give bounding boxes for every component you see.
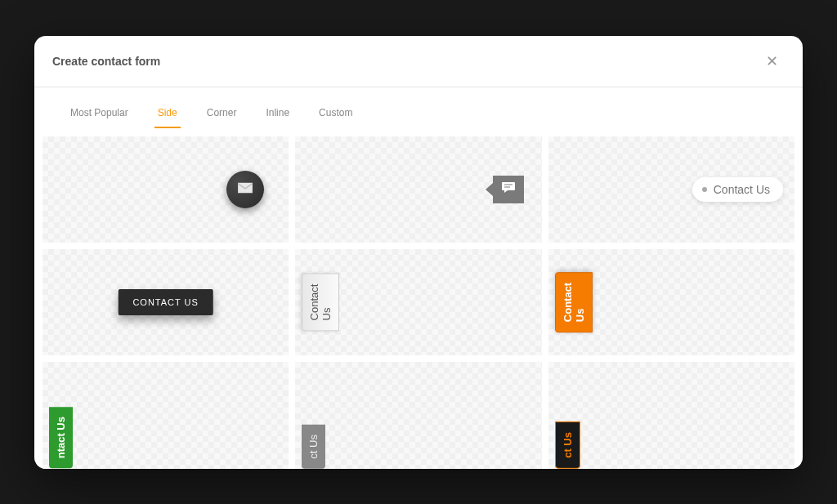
contact-vertical-green-tab: ntact Us (49, 407, 73, 468)
contact-vertical-orange-tab: Contact Us (555, 272, 593, 332)
contact-vertical-black-label: ct Us (562, 432, 574, 458)
close-icon: ✕ (766, 53, 778, 69)
chat-icon (500, 181, 517, 198)
template-white-pill[interactable]: Contact Us (548, 136, 794, 243)
contact-vertical-gray-label: ct Us (307, 435, 320, 459)
close-button[interactable]: ✕ (759, 49, 785, 74)
contact-vertical-orange-label: Contact Us (562, 283, 586, 322)
contact-vertical-white-label: Contact Us (308, 284, 333, 321)
template-vertical-green[interactable]: ntact Us (43, 362, 289, 468)
modal-title: Create contact form (52, 55, 160, 68)
contact-vertical-white-tab: Contact Us (302, 274, 339, 332)
tab-corner[interactable]: Corner (204, 104, 240, 128)
template-envelope-circle[interactable] (43, 136, 289, 243)
template-vertical-orange[interactable]: Contact Us (548, 249, 794, 355)
contact-dark-button: CONTACT US (118, 289, 213, 315)
template-vertical-white[interactable]: Contact Us (295, 249, 541, 355)
position-tabs: Most Popular Side Corner Inline Custom (34, 87, 803, 128)
create-contact-form-modal: Create contact form ✕ Most Popular Side … (34, 36, 803, 469)
contact-pill: Contact Us (692, 177, 783, 202)
tab-inline[interactable]: Inline (262, 104, 293, 128)
template-chat-tag[interactable] (295, 136, 541, 243)
contact-pill-label: Contact Us (714, 183, 770, 196)
template-dark-button[interactable]: CONTACT US (43, 249, 289, 355)
envelope-badge (226, 171, 264, 208)
tab-most-popular[interactable]: Most Popular (67, 104, 132, 128)
tab-side[interactable]: Side (154, 104, 181, 128)
status-dot-icon (702, 187, 707, 192)
contact-vertical-gray-tab: ct Us (302, 425, 325, 469)
contact-vertical-black-tab: ct Us (555, 421, 580, 469)
template-vertical-gray[interactable]: ct Us (295, 362, 541, 468)
templates-grid: Contact Us CONTACT US Contact Us Contact… (43, 136, 794, 469)
contact-dark-button-label: CONTACT US (132, 297, 199, 307)
templates-grid-container: Contact Us CONTACT US Contact Us Contact… (34, 128, 803, 469)
contact-vertical-green-label: ntact Us (55, 417, 67, 458)
chat-tag (493, 176, 524, 203)
envelope-icon (236, 181, 254, 198)
modal-header: Create contact form ✕ (34, 36, 803, 87)
template-vertical-black[interactable]: ct Us (548, 362, 794, 468)
tab-custom[interactable]: Custom (316, 104, 356, 128)
